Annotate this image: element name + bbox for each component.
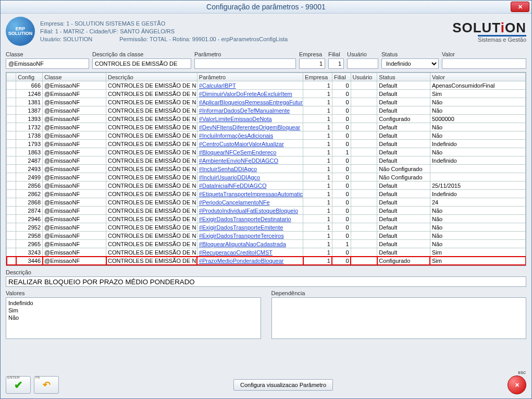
listbox-valores[interactable]: IndefinidoSimNão (6, 297, 261, 339)
col-filial[interactable]: Filial (332, 73, 351, 81)
table-row[interactable]: 2868@EmissaoNFCONTROLES DE EMISSÃO DE N#… (7, 198, 526, 207)
row-selector[interactable] (7, 140, 16, 148)
cell-status: Default (377, 248, 430, 257)
input-desc-classe[interactable] (92, 58, 191, 69)
table-row[interactable]: 1732@EmissaoNFCONTROLES DE EMISSÃO DE N#… (7, 123, 526, 131)
f6-button[interactable]: F6↶ (34, 376, 59, 394)
table-row[interactable]: 2493@EmissaoNFCONTROLES DE EMISSÃO DE N#… (7, 165, 526, 173)
input-filial[interactable] (328, 58, 344, 69)
list-item[interactable]: Indefinido (8, 299, 258, 307)
param-link[interactable]: #CentroCustoMaiorValorAtualizar (199, 141, 284, 147)
param-link[interactable]: #EtiquetaTransporteImpressaoAutomatica (199, 191, 303, 197)
table-row[interactable]: 2487@EmissaoNFCONTROLES DE EMISSÃO DE N#… (7, 156, 526, 165)
table-row[interactable]: 2862@EmissaoNFCONTROLES DE EMISSÃO DE N#… (7, 190, 526, 198)
row-selector[interactable] (7, 148, 16, 156)
row-selector[interactable] (7, 223, 16, 232)
select-status[interactable]: Indefinido (381, 58, 439, 69)
row-selector[interactable] (7, 215, 16, 223)
col-selector[interactable] (7, 73, 16, 81)
row-selector[interactable] (7, 198, 16, 207)
input-usuario[interactable] (347, 58, 378, 69)
param-link[interactable]: #ValorLimiteEmissaoDeNota (199, 116, 272, 122)
row-selector[interactable] (7, 207, 16, 215)
table-row[interactable]: 1387@EmissaoNFCONTROLES DE EMISSÃO DE N#… (7, 106, 526, 115)
data-grid[interactable]: Config Classe Descrição Parâmetro Empres… (6, 72, 526, 266)
close-button[interactable]: ✕ (511, 2, 529, 12)
param-link[interactable]: #IncluirSenhaDDIAgco (199, 166, 257, 172)
param-link[interactable]: #IncluirUsuarioDDIAgco (199, 174, 260, 180)
param-link[interactable]: #BloquearAliquotaNaoCadastrada (199, 241, 286, 247)
param-link[interactable]: #DataInicialNFeDDIAGCO (199, 183, 267, 189)
row-selector[interactable] (7, 173, 16, 182)
input-valor[interactable] (442, 58, 526, 69)
table-row[interactable]: 3243@EmissaoNFCONTROLES DE EMISSÃO DE N#… (7, 248, 526, 257)
table-row[interactable]: 2874@EmissaoNFCONTROLES DE EMISSÃO DE N#… (7, 207, 526, 215)
param-link[interactable]: #AplicarBloqueiosRemessaEntregaFutura (199, 99, 303, 105)
param-link[interactable]: #IncluiInformaçõesAdicionais (199, 132, 273, 139)
table-row[interactable]: 2958@EmissaoNFCONTROLES DE EMISSÃO DE N#… (7, 232, 526, 240)
param-link[interactable]: #PeriodoCancelamentoNFe (199, 199, 270, 205)
param-link[interactable]: #BloquearNFCeSemEndereco (199, 149, 277, 155)
table-row[interactable]: 1793@EmissaoNFCONTROLES DE EMISSÃO DE N#… (7, 140, 526, 148)
row-selector[interactable] (7, 190, 16, 198)
table-row[interactable]: 1393@EmissaoNFCONTROLES DE EMISSÃO DE N#… (7, 115, 526, 123)
param-link[interactable]: #ExigirDadosTrasnporteDestinatario (199, 216, 291, 222)
col-config[interactable]: Config (16, 73, 43, 81)
enter-button[interactable]: ENTER✔ (6, 376, 31, 394)
input-detail-descricao[interactable] (6, 276, 526, 287)
param-link[interactable]: #RecuperacaoCreditoICMST (199, 249, 273, 256)
input-classe[interactable] (6, 58, 89, 69)
table-row[interactable]: 2946@EmissaoNFCONTROLES DE EMISSÃO DE N#… (7, 215, 526, 223)
row-selector[interactable] (7, 240, 16, 248)
list-item[interactable]: Sim (8, 307, 258, 314)
param-link[interactable]: #AmbienteEnvioNFeDDIAGCO (199, 158, 278, 164)
input-parametro[interactable] (194, 58, 296, 69)
row-selector[interactable] (7, 106, 16, 115)
col-parametro[interactable]: Parâmetro (197, 73, 303, 81)
row-selector[interactable] (7, 131, 16, 140)
col-valor[interactable]: Valor (430, 73, 525, 81)
param-link[interactable]: #ProdutoIndividualFatEstoqueBloqueio (199, 208, 298, 214)
param-link[interactable]: #ExigirDadosTrasnporteTerceiros (199, 233, 284, 239)
cell-status: Configurado (377, 115, 430, 123)
table-row[interactable]: 1381@EmissaoNFCONTROLES DE EMISSÃO DE N#… (7, 98, 526, 106)
textarea-dependencia[interactable] (271, 297, 527, 339)
table-row[interactable]: 2952@EmissaoNFCONTROLES DE EMISSÃO DE N#… (7, 223, 526, 232)
esc-button[interactable]: ESC✕ (508, 376, 526, 394)
table-row[interactable]: 666@EmissaoNFCONTROLES DE EMISSÃO DE N#C… (7, 81, 526, 90)
col-usuario[interactable]: Usuário (351, 73, 377, 81)
row-selector[interactable] (7, 232, 16, 240)
cell-classe: @EmissaoNF (43, 257, 106, 265)
row-selector[interactable] (7, 165, 16, 173)
row-selector[interactable] (7, 248, 16, 257)
row-selector[interactable] (7, 156, 16, 165)
col-descricao[interactable]: Descrição (106, 73, 197, 81)
list-item[interactable]: Não (8, 314, 258, 321)
table-row[interactable]: 1863@EmissaoNFCONTROLES DE EMISSÃO DE N#… (7, 148, 526, 156)
col-classe[interactable]: Classe (43, 73, 106, 81)
cell-valor: Indefinido (430, 140, 525, 148)
param-link[interactable]: #PrazoMedioPonderadoBloquear (199, 258, 284, 264)
table-row[interactable]: 2965@EmissaoNFCONTROLES DE EMISSÃO DE N#… (7, 240, 526, 248)
table-row[interactable]: 1738@EmissaoNFCONTROLES DE EMISSÃO DE N#… (7, 131, 526, 140)
input-empresa[interactable] (299, 58, 325, 69)
table-row[interactable]: 3446@EmissaoNFCONTROLES DE EMISSÃO DE N#… (7, 257, 526, 265)
row-selector[interactable] (7, 90, 16, 98)
table-row[interactable]: 2499@EmissaoNFCONTROLES DE EMISSÃO DE N#… (7, 173, 526, 182)
row-selector[interactable] (7, 98, 16, 106)
table-row[interactable]: 1248@EmissaoNFCONTROLES DE EMISSÃO DE N#… (7, 90, 526, 98)
param-link[interactable]: #DiminuirValorDoFreteAoExcluirItem (199, 91, 292, 97)
col-status[interactable]: Status (377, 73, 430, 81)
param-link[interactable]: #ExigirDadosTrasnporteEmitente (199, 224, 283, 231)
col-empresa[interactable]: Empresa (303, 73, 332, 81)
table-row[interactable]: 2856@EmissaoNFCONTROLES DE EMISSÃO DE N#… (7, 182, 526, 190)
param-link[interactable]: #CalcularIBPT (199, 82, 236, 89)
param-link[interactable]: #InformarDadosDeTefManualmente (199, 107, 290, 114)
row-selector[interactable] (7, 257, 16, 265)
row-selector[interactable] (7, 123, 16, 131)
row-selector[interactable] (7, 115, 16, 123)
row-selector[interactable] (7, 81, 16, 90)
row-selector[interactable] (7, 182, 16, 190)
param-link[interactable]: #DevNFItensDiferentesOrigemBloquear (199, 124, 300, 130)
config-visualizacao-button[interactable]: Configura visualizacao Parâmetro (233, 379, 333, 391)
